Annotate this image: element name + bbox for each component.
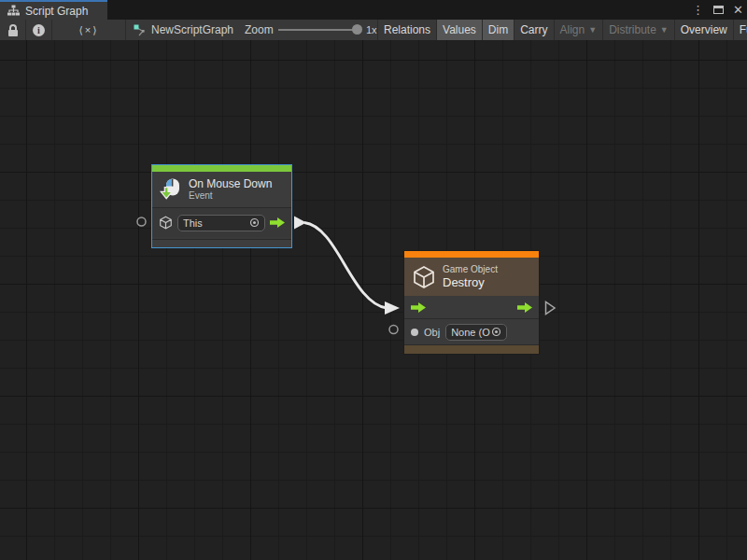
graph-name[interactable]: NewScriptGraph	[151, 23, 233, 36]
chevron-down-icon: ▼	[660, 25, 669, 35]
code-icon: ⟨×⟩	[78, 24, 98, 36]
node-category: Game Object	[443, 264, 498, 275]
node-destroy[interactable]: Game Object Destroy Obj None (O	[403, 250, 540, 355]
values-button[interactable]: Values	[437, 20, 483, 40]
node-subtitle: Event	[189, 190, 272, 202]
dim-button[interactable]: Dim	[483, 20, 514, 40]
node-on-mouse-down[interactable]: On Mouse Down Event This	[151, 164, 292, 248]
graph-toolbar: i ⟨×⟩ NewScriptGraph Zoom 1x Relations V…	[0, 20, 747, 40]
script-graph-window: Script Graph ⋮ ✕ i ⟨×⟩ NewScriptGraph	[0, 0, 747, 560]
graph-canvas[interactable]	[0, 40, 747, 560]
hierarchy-icon	[7, 5, 20, 17]
lock-button[interactable]	[0, 20, 26, 40]
close-icon[interactable]: ✕	[733, 0, 743, 20]
zoom-slider[interactable]	[278, 29, 360, 31]
cube-icon	[412, 265, 436, 289]
zoom-slider-handle[interactable]	[352, 24, 362, 35]
tab-bar: Script Graph ⋮ ✕	[0, 0, 747, 20]
overview-button[interactable]: Overview	[675, 20, 734, 40]
maximize-icon[interactable]	[713, 6, 724, 14]
flow-row	[404, 296, 539, 318]
node-footer	[152, 239, 291, 247]
trigger-out-arrow-icon[interactable]	[517, 302, 532, 313]
align-button[interactable]: Align▼	[555, 20, 604, 40]
object-field[interactable]: None (O	[445, 324, 507, 341]
trigger-in-arrow-icon[interactable]	[411, 302, 426, 313]
chevron-down-icon: ▼	[588, 25, 597, 35]
game-object-cube-icon	[159, 216, 173, 230]
node-header: Game Object Destroy	[404, 258, 539, 296]
fullscreen-button[interactable]: Full S	[734, 20, 747, 40]
object-picker-icon[interactable]	[491, 327, 501, 337]
toolbar-buttons: Relations Values Dim Carry Align▼ Distri…	[378, 20, 747, 40]
node-title: Destroy	[443, 275, 498, 289]
tab-script-graph[interactable]: Script Graph	[0, 0, 107, 20]
trigger-out-arrow-icon[interactable]	[270, 217, 285, 228]
node-header: On Mouse Down Event	[152, 172, 291, 207]
object-port-label: Obj	[424, 327, 440, 338]
info-button[interactable]: i	[26, 20, 52, 40]
node-title: On Mouse Down	[189, 177, 272, 190]
node-footer	[404, 344, 539, 354]
target-row: This	[152, 207, 291, 237]
destroy-accent-bar	[404, 251, 539, 258]
distribute-button[interactable]: Distribute▼	[603, 20, 675, 40]
mouse-down-icon	[160, 178, 182, 201]
relations-button[interactable]: Relations	[378, 20, 437, 40]
target-field-value: This	[183, 217, 246, 229]
graph-breadcrumb: NewScriptGraph Zoom 1x	[126, 20, 378, 40]
object-field-value: None (O	[451, 327, 493, 338]
tab-title: Script Graph	[25, 5, 88, 18]
window-controls: ⋮ ✕	[692, 0, 743, 20]
zoom-value: 1x	[366, 24, 377, 35]
code-view-button[interactable]: ⟨×⟩	[52, 20, 126, 40]
target-field[interactable]: This	[177, 215, 265, 231]
menu-icon[interactable]: ⋮	[692, 0, 704, 20]
lock-icon	[7, 24, 19, 36]
info-icon: i	[33, 24, 45, 36]
zoom-label: Zoom	[245, 23, 274, 36]
script-graph-asset-icon	[134, 24, 146, 36]
carry-button[interactable]: Carry	[514, 20, 554, 40]
object-picker-icon[interactable]	[249, 217, 260, 228]
object-row: Obj None (O	[404, 318, 539, 344]
event-accent-bar	[152, 165, 291, 172]
object-input-port[interactable]	[411, 329, 418, 336]
